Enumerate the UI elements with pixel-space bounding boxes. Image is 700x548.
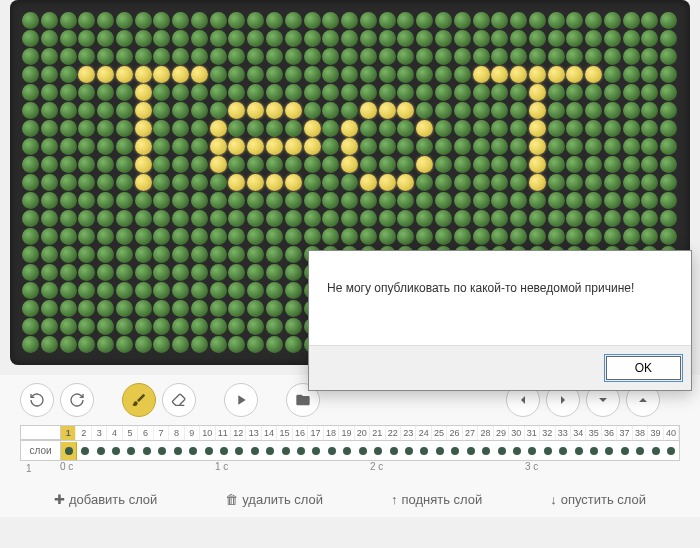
led-pixel[interactable] [172, 174, 189, 191]
led-pixel[interactable] [322, 66, 339, 83]
led-pixel[interactable] [247, 174, 264, 191]
led-pixel[interactable] [510, 192, 527, 209]
timeline-cell[interactable] [93, 442, 108, 460]
led-pixel[interactable] [266, 66, 283, 83]
led-pixel[interactable] [116, 210, 133, 227]
led-pixel[interactable] [454, 30, 471, 47]
led-pixel[interactable] [360, 12, 377, 29]
led-pixel[interactable] [228, 138, 245, 155]
led-pixel[interactable] [510, 210, 527, 227]
led-pixel[interactable] [491, 192, 508, 209]
led-pixel[interactable] [60, 156, 77, 173]
led-pixel[interactable] [247, 282, 264, 299]
raise-layer-button[interactable]: ↑ поднять слой [391, 492, 482, 507]
timeline-cell[interactable] [108, 442, 123, 460]
led-pixel[interactable] [78, 246, 95, 263]
led-pixel[interactable] [153, 282, 170, 299]
led-pixel[interactable] [585, 30, 602, 47]
led-pixel[interactable] [285, 210, 302, 227]
led-pixel[interactable] [416, 210, 433, 227]
led-pixel[interactable] [247, 66, 264, 83]
led-pixel[interactable] [116, 300, 133, 317]
led-pixel[interactable] [604, 120, 621, 137]
led-pixel[interactable] [60, 102, 77, 119]
led-pixel[interactable] [247, 48, 264, 65]
frame-number[interactable]: 9 [185, 426, 200, 440]
led-pixel[interactable] [454, 102, 471, 119]
led-pixel[interactable] [416, 156, 433, 173]
led-pixel[interactable] [529, 102, 546, 119]
led-pixel[interactable] [360, 120, 377, 137]
led-pixel[interactable] [435, 174, 452, 191]
led-pixel[interactable] [454, 120, 471, 137]
led-pixel[interactable] [228, 210, 245, 227]
led-pixel[interactable] [322, 30, 339, 47]
led-pixel[interactable] [566, 228, 583, 245]
led-pixel[interactable] [41, 246, 58, 263]
frame-number[interactable]: 40 [664, 426, 679, 440]
led-pixel[interactable] [247, 120, 264, 137]
led-pixel[interactable] [510, 48, 527, 65]
led-pixel[interactable] [285, 156, 302, 173]
led-pixel[interactable] [585, 210, 602, 227]
timeline-cell[interactable] [355, 442, 370, 460]
led-pixel[interactable] [341, 12, 358, 29]
led-pixel[interactable] [548, 66, 565, 83]
led-pixel[interactable] [623, 84, 640, 101]
led-pixel[interactable] [397, 102, 414, 119]
timeline-cell[interactable] [201, 442, 216, 460]
led-pixel[interactable] [210, 138, 227, 155]
led-pixel[interactable] [97, 30, 114, 47]
led-pixel[interactable] [266, 12, 283, 29]
led-pixel[interactable] [660, 66, 677, 83]
led-pixel[interactable] [623, 156, 640, 173]
led-pixel[interactable] [191, 228, 208, 245]
led-pixel[interactable] [191, 192, 208, 209]
led-pixel[interactable] [473, 12, 490, 29]
led-pixel[interactable] [435, 192, 452, 209]
frame-number[interactable]: 22 [386, 426, 401, 440]
led-pixel[interactable] [491, 30, 508, 47]
led-pixel[interactable] [641, 66, 658, 83]
led-pixel[interactable] [116, 192, 133, 209]
frame-number[interactable]: 1 [61, 426, 76, 440]
frame-number[interactable]: 32 [540, 426, 555, 440]
led-pixel[interactable] [247, 246, 264, 263]
led-pixel[interactable] [566, 102, 583, 119]
frame-number[interactable]: 36 [602, 426, 617, 440]
led-pixel[interactable] [548, 48, 565, 65]
led-pixel[interactable] [153, 336, 170, 353]
led-pixel[interactable] [191, 48, 208, 65]
led-pixel[interactable] [247, 210, 264, 227]
led-pixel[interactable] [641, 174, 658, 191]
led-pixel[interactable] [529, 48, 546, 65]
timeline-cell[interactable] [185, 442, 200, 460]
led-pixel[interactable] [604, 210, 621, 227]
led-pixel[interactable] [172, 138, 189, 155]
frame-number[interactable]: 23 [401, 426, 416, 440]
led-pixel[interactable] [360, 84, 377, 101]
led-pixel[interactable] [454, 66, 471, 83]
led-pixel[interactable] [397, 138, 414, 155]
led-pixel[interactable] [228, 336, 245, 353]
led-pixel[interactable] [210, 30, 227, 47]
led-pixel[interactable] [172, 102, 189, 119]
led-pixel[interactable] [153, 192, 170, 209]
led-pixel[interactable] [116, 84, 133, 101]
led-pixel[interactable] [210, 102, 227, 119]
led-pixel[interactable] [585, 138, 602, 155]
frame-number[interactable]: 2 [76, 426, 91, 440]
led-pixel[interactable] [604, 228, 621, 245]
led-pixel[interactable] [210, 282, 227, 299]
led-pixel[interactable] [135, 336, 152, 353]
led-pixel[interactable] [322, 138, 339, 155]
led-pixel[interactable] [491, 66, 508, 83]
led-pixel[interactable] [566, 174, 583, 191]
led-pixel[interactable] [41, 138, 58, 155]
led-pixel[interactable] [97, 192, 114, 209]
led-pixel[interactable] [510, 84, 527, 101]
led-pixel[interactable] [529, 30, 546, 47]
led-pixel[interactable] [529, 174, 546, 191]
led-pixel[interactable] [247, 192, 264, 209]
led-pixel[interactable] [41, 174, 58, 191]
